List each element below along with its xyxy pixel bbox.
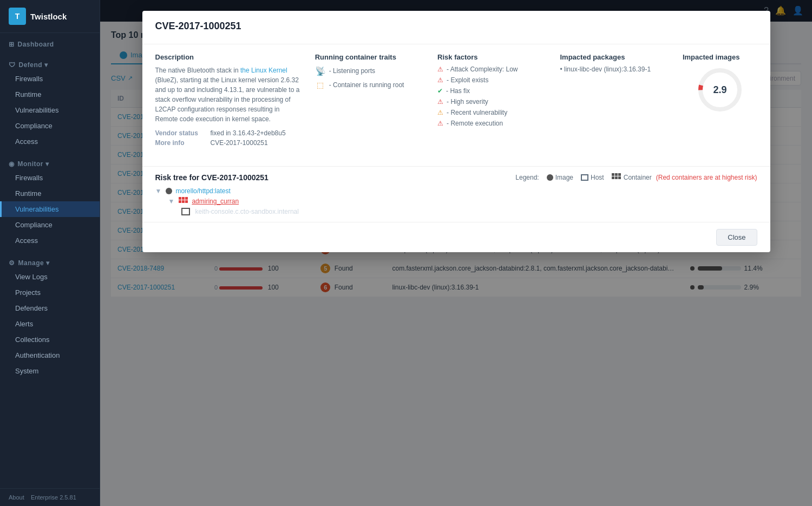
rf-text: - Attack Complexity: Low: [447, 65, 518, 73]
sidebar-group-label: Manage ▾: [18, 259, 50, 267]
container-root-icon: ⬚: [315, 80, 326, 90]
modal-footer: Close: [142, 222, 770, 252]
modal-body: Description The native Bluetooth stack i…: [142, 44, 770, 166]
main-content: ? 🔔 👤 Top 10 most critical vulnerabiliti…: [100, 0, 812, 506]
tree-image-link[interactable]: morello/httpd:latest: [175, 187, 230, 195]
rf-red-icon-1: ⚠: [437, 65, 443, 73]
risk-tree-header: Risk tree for CVE-2017-1000251 Legend: I…: [155, 173, 757, 182]
tree-node-image: ▼ morello/httpd:latest: [155, 187, 757, 195]
vendor-status-label: Vendor status: [155, 129, 204, 137]
modal-images-col: Impacted images 2.9: [683, 53, 757, 149]
trait-listening-ports: 📡 - Listening ports: [315, 65, 427, 76]
sidebar-item-defend-vulnerabilities[interactable]: Vulnerabilities: [0, 102, 100, 118]
legend-container-label: Container: [624, 174, 652, 181]
legend-image-item: Image: [547, 174, 573, 181]
legend-host-item: Host: [581, 174, 604, 181]
sidebar-group-manage[interactable]: ⚙ Manage ▾: [0, 255, 100, 269]
sidebar-item-view-logs[interactable]: View Logs: [0, 269, 100, 285]
rf-recent-vuln: ⚠ - Recent vulnerability: [437, 109, 549, 116]
modal-header: CVE-2017-1000251: [142, 11, 770, 44]
risk-tree-section: Risk tree for CVE-2017-1000251 Legend: I…: [142, 166, 770, 222]
svg-rect-8: [618, 176, 621, 179]
image-node-icon: [166, 188, 172, 194]
trait-container-root: ⬚ - Container is running root: [315, 80, 427, 90]
sidebar-item-alerts[interactable]: Alerts: [0, 316, 100, 332]
svg-rect-14: [185, 200, 188, 203]
cve-modal: CVE-2017-1000251 Description The native …: [142, 11, 770, 252]
sidebar-group-label: Dashboard: [18, 41, 54, 48]
sidebar-item-defend-compliance[interactable]: Compliance: [0, 118, 100, 134]
sidebar-item-system[interactable]: System: [0, 363, 100, 379]
packages-title: Impacted packages: [560, 53, 672, 61]
svg-rect-5: [618, 173, 621, 176]
legend-container-item: Container (Red containers are at highest…: [612, 173, 757, 182]
legend-label: Legend:: [515, 174, 539, 181]
tree-expand-icon-2[interactable]: ▼: [168, 198, 175, 205]
sidebar-item-authentication[interactable]: Authentication: [0, 347, 100, 363]
sidebar-group-label: Monitor ▾: [18, 160, 49, 168]
more-info-row: More info CVE-2017-1000251: [155, 139, 304, 147]
tree-node-host: keith-console.c.cto-sandbox.internal: [155, 208, 757, 215]
sidebar-group-defend[interactable]: 🛡 Defend ▾: [0, 57, 100, 71]
sidebar: T Twistlock ⊞ Dashboard 🛡 Defend ▾ Firew…: [0, 0, 100, 506]
linux-kernel-link[interactable]: the Linux Kernel: [240, 67, 287, 74]
modal-risk-factors-col: Risk factors ⚠ - Attack Complexity: Low …: [437, 53, 549, 149]
close-button[interactable]: Close: [716, 229, 757, 246]
gear-icon: ⚙: [9, 259, 15, 267]
sidebar-item-defenders[interactable]: Defenders: [0, 300, 100, 316]
rf-red-icon-2: ⚠: [437, 76, 443, 84]
sidebar-group-monitor[interactable]: ◉ Monitor ▾: [0, 156, 100, 170]
host-node-icon: [181, 208, 190, 215]
sidebar-item-monitor-vulnerabilities[interactable]: Vulnerabilities: [0, 201, 100, 217]
description-title: Description: [155, 53, 304, 61]
about-label[interactable]: About: [9, 494, 24, 501]
rf-red-icon-3: ⚠: [437, 98, 443, 106]
sidebar-group-dashboard[interactable]: ⊞ Dashboard: [0, 36, 100, 50]
trait-text: - Container is running root: [329, 81, 404, 89]
shield-icon: 🛡: [9, 61, 16, 69]
pkg-item: • linux-libc-dev (linux):3.16.39-1: [560, 65, 672, 73]
rf-text: - Exploit exists: [447, 76, 488, 84]
svg-rect-12: [179, 200, 181, 203]
rf-green-icon: ✔: [437, 87, 443, 95]
sidebar-item-projects[interactable]: Projects: [0, 285, 100, 300]
rf-text: - Has fix: [446, 87, 470, 95]
rf-remote-exec: ⚠ - Remote execution: [437, 120, 549, 127]
legend-image-label: Image: [555, 174, 573, 181]
monitor-icon: ◉: [9, 160, 15, 168]
sidebar-item-monitor-access[interactable]: Access: [0, 233, 100, 248]
svg-rect-13: [182, 200, 185, 203]
modal-traits-col: Running container traits 📡 - Listening p…: [315, 53, 427, 149]
svg-rect-11: [185, 197, 188, 200]
svg-rect-10: [182, 197, 185, 200]
sidebar-item-defend-runtime[interactable]: Runtime: [0, 87, 100, 102]
legend-container-icon: [612, 173, 621, 182]
sidebar-group-label: Defend ▾: [19, 61, 48, 69]
more-info-link[interactable]: CVE-2017-1000251: [211, 139, 268, 147]
svg-rect-3: [612, 173, 614, 176]
sidebar-item-defend-firewalls[interactable]: Firewalls: [0, 71, 100, 87]
svg-rect-7: [615, 176, 618, 179]
grid-icon: ⊞: [9, 41, 15, 48]
traits-title: Running container traits: [315, 53, 427, 61]
sidebar-item-collections[interactable]: Collections: [0, 332, 100, 347]
modal-description-col: Description The native Bluetooth stack i…: [155, 53, 304, 149]
tree-host-name: keith-console.c.cto-sandbox.internal: [195, 208, 299, 215]
legend-container-note: (Red containers are at highest risk): [656, 174, 757, 181]
risk-tree-title: Risk tree for CVE-2017-1000251: [155, 173, 269, 182]
rf-text: - Remote execution: [447, 120, 503, 127]
version-label: Enterprise 2.5.81: [31, 494, 76, 501]
tree-expand-icon[interactable]: ▼: [155, 187, 162, 195]
container-node-icon: [179, 197, 188, 206]
svg-rect-9: [179, 197, 181, 200]
sidebar-item-monitor-firewalls[interactable]: Firewalls: [0, 170, 100, 186]
sidebar-item-defend-access[interactable]: Access: [0, 134, 100, 149]
rf-text: - High severity: [447, 98, 488, 106]
sidebar-item-monitor-runtime[interactable]: Runtime: [0, 186, 100, 201]
trait-text: - Listening ports: [329, 67, 375, 75]
sidebar-item-monitor-compliance[interactable]: Compliance: [0, 217, 100, 233]
tree-container-link[interactable]: admiring_curran: [192, 198, 239, 205]
legend-host-icon: [581, 174, 588, 181]
sidebar-footer: About Enterprise 2.5.81: [0, 488, 100, 506]
images-title: Impacted images: [683, 53, 757, 61]
